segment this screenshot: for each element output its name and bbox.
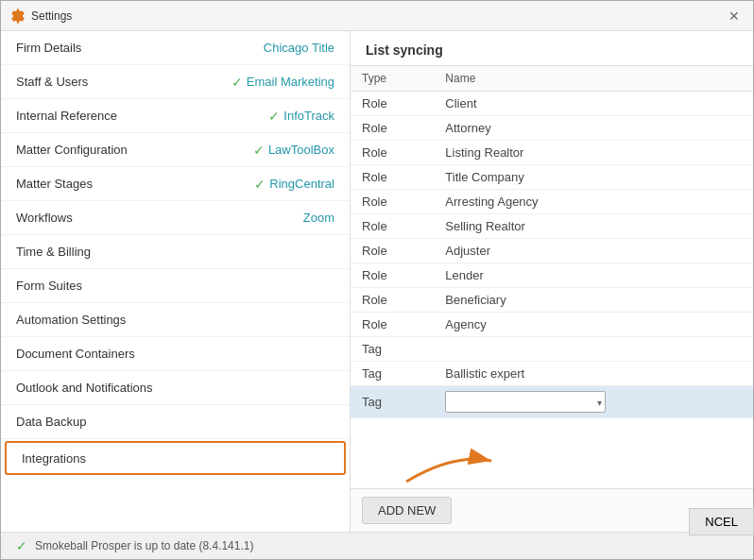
main-panel: List syncing Type Name RoleClientRoleAtt… <box>351 31 753 532</box>
sidebar-item-label-integrations: Integrations <box>22 451 329 466</box>
sidebar-item-matter-configuration[interactable]: Matter Configuration✓ LawToolBox <box>1 133 350 167</box>
table-row[interactable]: RoleAttorney <box>351 116 753 141</box>
check-icon: ✓ <box>254 177 266 192</box>
cell-type: Tag <box>351 386 434 418</box>
sidebar-item-staff-users[interactable]: Staff & Users✓ Email Marketing <box>1 65 350 99</box>
cell-type: Role <box>351 239 434 263</box>
sidebar-item-value-matter-stages: ✓ RingCentral <box>254 177 334 192</box>
table-row[interactable]: Tag▾ <box>351 386 753 418</box>
cell-type: Role <box>351 165 434 190</box>
titlebar-left: Settings <box>10 8 72 24</box>
dropdown-container[interactable]: ▾ <box>445 391 606 413</box>
sidebar-item-integrations[interactable]: Integrations <box>5 441 346 475</box>
cell-name: Selling Realtor <box>434 214 753 239</box>
cell-type: Role <box>351 116 434 141</box>
cell-name: Listing Realtor <box>434 141 753 165</box>
cell-name: Beneficiary <box>434 288 753 313</box>
sidebar-item-time-billing[interactable]: Time & Billing <box>1 235 350 269</box>
table-row[interactable]: RoleLender <box>351 263 753 288</box>
cell-type: Role <box>351 141 434 165</box>
titlebar: Settings ✕ <box>1 1 753 31</box>
table-row[interactable]: RoleBeneficiary <box>351 288 753 313</box>
sidebar-item-label-data-backup: Data Backup <box>16 415 334 429</box>
sidebar-item-label-internal-reference: Internal Reference <box>16 109 268 123</box>
sidebar-item-value-matter-configuration: ✓ LawToolBox <box>253 143 334 158</box>
cell-type: Role <box>351 263 434 288</box>
sidebar-item-value-workflows: Zoom <box>303 211 334 225</box>
table-row[interactable]: TagBallistic expert <box>351 362 753 386</box>
cell-name: Lender <box>434 263 753 288</box>
check-icon: ✓ <box>253 143 265 158</box>
table-row[interactable]: RoleListing Realtor <box>351 141 753 165</box>
cell-type: Tag <box>351 362 434 386</box>
cell-name: Ballistic expert <box>434 362 753 386</box>
sidebar-item-value-staff-users: ✓ Email Marketing <box>231 75 334 90</box>
sidebar-item-label-matter-stages: Matter Stages <box>16 177 254 191</box>
col-type: Type <box>351 66 434 92</box>
sidebar-item-outlook-notifications[interactable]: Outlook and Notifications <box>1 371 350 405</box>
cell-name: Client <box>434 92 753 116</box>
cell-name: Adjuster <box>434 239 753 263</box>
table-row[interactable]: RoleClient <box>351 92 753 116</box>
sidebar: Firm DetailsChicago TitleStaff & Users✓ … <box>1 31 351 532</box>
cell-name: Title Company <box>434 165 753 190</box>
cell-type: Role <box>351 288 434 313</box>
cell-type: Role <box>351 92 434 116</box>
panel-header: List syncing <box>351 31 753 66</box>
main-content: Firm DetailsChicago TitleStaff & Users✓ … <box>1 31 753 532</box>
table-row[interactable]: RoleAgency <box>351 313 753 337</box>
cell-type: Role <box>351 313 434 337</box>
status-text: Smokeball Prosper is up to date (8.4.141… <box>35 539 253 552</box>
sidebar-item-label-document-containers: Document Containers <box>16 347 334 361</box>
cell-name: Attorney <box>434 116 753 141</box>
sidebar-item-label-outlook-notifications: Outlook and Notifications <box>16 381 334 395</box>
table-row[interactable]: RoleArresting Agency <box>351 190 753 214</box>
cancel-button[interactable]: NCEL <box>689 508 754 535</box>
sidebar-item-value-internal-reference: ✓ InfoTrack <box>268 109 334 124</box>
sync-table: Type Name RoleClientRoleAttorneyRoleList… <box>351 66 753 418</box>
check-icon: ✓ <box>268 109 280 124</box>
cell-type: Role <box>351 190 434 214</box>
status-check-icon: ✓ <box>16 538 27 553</box>
sidebar-item-form-suites[interactable]: Form Suites <box>1 269 350 303</box>
tag-dropdown[interactable] <box>445 391 606 413</box>
sidebar-item-label-matter-configuration: Matter Configuration <box>16 143 253 157</box>
sidebar-item-label-staff-users: Staff & Users <box>16 75 231 89</box>
cell-name: Agency <box>434 313 753 337</box>
sidebar-item-internal-reference[interactable]: Internal Reference✓ InfoTrack <box>1 99 350 133</box>
sidebar-item-value-firm-details: Chicago Title <box>264 41 334 55</box>
sidebar-item-label-firm-details: Firm Details <box>16 41 264 55</box>
table-row[interactable]: RoleTitle Company <box>351 165 753 190</box>
sidebar-item-label-workflows: Workflows <box>16 211 303 225</box>
list-table[interactable]: Type Name RoleClientRoleAttorneyRoleList… <box>351 66 753 488</box>
status-bar: ✓ Smokeball Prosper is up to date (8.4.1… <box>1 532 753 559</box>
cell-name[interactable]: ▾ <box>434 386 753 418</box>
sidebar-item-data-backup[interactable]: Data Backup <box>1 405 350 439</box>
settings-window: Settings ✕ Firm DetailsChicago TitleStaf… <box>0 0 754 560</box>
cell-name: Arresting Agency <box>434 190 753 214</box>
cell-type: Role <box>351 214 434 239</box>
sidebar-item-label-form-suites: Form Suites <box>16 279 334 293</box>
window-title: Settings <box>31 9 72 23</box>
table-row[interactable]: RoleAdjuster <box>351 239 753 263</box>
cell-type: Tag <box>351 337 434 362</box>
sidebar-item-firm-details[interactable]: Firm DetailsChicago Title <box>1 31 350 65</box>
table-row[interactable]: RoleSelling Realtor <box>351 214 753 239</box>
sidebar-item-matter-stages[interactable]: Matter Stages✓ RingCentral <box>1 167 350 201</box>
add-new-button[interactable]: ADD NEW <box>362 497 452 524</box>
sidebar-item-automation-settings[interactable]: Automation Settings <box>1 303 350 337</box>
sidebar-item-workflows[interactable]: WorkflowsZoom <box>1 201 350 235</box>
sidebar-item-document-containers[interactable]: Document Containers <box>1 337 350 371</box>
col-name: Name <box>434 66 753 92</box>
cell-name <box>434 337 753 362</box>
settings-icon <box>10 8 26 24</box>
close-button[interactable]: ✕ <box>725 8 744 24</box>
sidebar-item-label-automation-settings: Automation Settings <box>16 313 334 327</box>
check-icon: ✓ <box>231 75 243 90</box>
sidebar-item-label-time-billing: Time & Billing <box>16 245 334 259</box>
table-row[interactable]: Tag <box>351 337 753 362</box>
